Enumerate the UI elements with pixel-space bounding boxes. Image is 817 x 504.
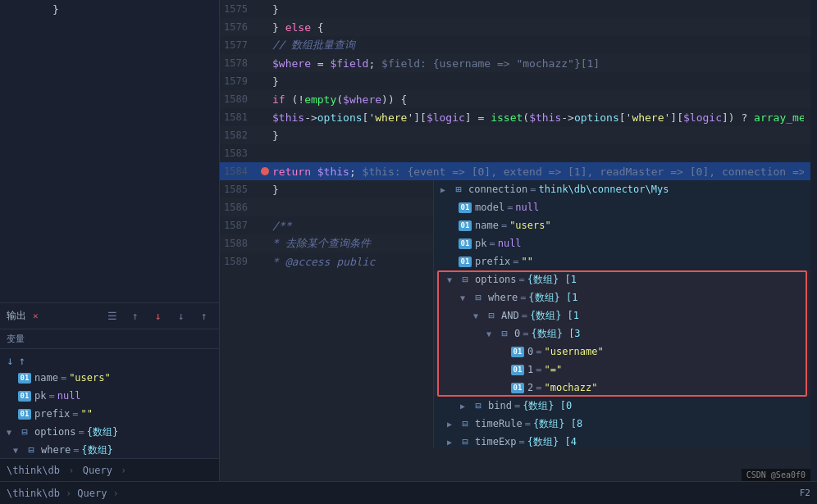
line-1579: 1579 } [220,72,810,90]
sidebar-code: } [0,0,219,302]
bc-query-bottom[interactable]: Query [77,488,107,499]
variables-label: 变量 [0,329,219,349]
tt-model: 01 model = null [434,198,810,216]
var-type-icon: 01 [18,391,31,402]
var-item-pk[interactable]: 01 pk = null [0,387,219,405]
type-icon: 01 [459,202,472,213]
hamburger-icon[interactable]: ☰ [104,308,121,325]
var-item-where[interactable]: ▼ ⊟ where = {数组} [0,441,219,458]
sidebar: } 输出 ✕ ☰ ↑ ↓ ↓ ↑ 变量 ↓ ↑ [0,0,220,481]
var-type-icon: 01 [18,409,31,420]
list-icon: ⊟ [485,310,498,321]
tt-timerule: ▶ ⊟ timeRule = {数组} [8 [434,415,810,433]
list-icon: ⊟ [459,418,472,429]
highlighted-region: ▼ ⊟ options = {数组} [1 ▼ ⊟ where = {数组} [… [434,270,810,397]
up-white-icon[interactable]: ↑ [196,308,212,325]
tt-options: ▼ ⊟ options = {数组} [1 [434,270,810,288]
right-scrollbar[interactable] [810,0,817,481]
variables-panel: ↓ ↑ 01 name = "users" 01 pk = null [0,349,219,458]
down-red-icon[interactable]: ↓ [150,308,167,325]
tt-where: ▼ ⊟ where = {数组} [1 [434,288,810,306]
var-item-prefix[interactable]: 01 prefix = "" [0,405,219,423]
line-1581: 1581 $this->options['where'][$logic] = i… [220,108,810,126]
nav-down-icon[interactable]: ↓ [7,354,13,367]
line-1583: 1583 [220,144,810,162]
list-icon: ⊞ [452,184,465,195]
csdn-badge: CSDN @Sea0f0 [742,469,810,481]
var-item-name[interactable]: 01 name = "users" [0,369,219,387]
type-icon: 01 [459,238,472,249]
var-type-icon: 01 [18,373,31,384]
list-icon: ⊟ [472,400,485,411]
line-1580: 1580 if (!empty($where)) { [220,90,810,108]
line-1576: 1576 } else { [220,18,810,36]
tt-0arr: ▼ ⊟ 0 = {数组} [3 [434,325,810,343]
bc-thinkdb[interactable]: \think\db [7,465,60,476]
tt-connection: ▶ ⊞ connection = think\db\connector\Mys [434,180,810,198]
tt-0username: 01 0 = "username" [434,343,810,361]
tt-pk: 01 pk = null [434,234,810,252]
output-title: 输出 [7,309,26,323]
type-icon: 01 [459,257,472,267]
tt-bind: ▶ ⊟ bind = {数组} [0 [434,397,810,415]
tt-and: ▼ ⊟ AND = {数组} [1 [434,306,810,325]
line-1584: 1584 return $this; $this: {event => [0],… [220,162,810,180]
bottom-bar: \think\db › Query › F2 [0,481,817,504]
tt-prefix: 01 prefix = "" [434,252,810,270]
list-icon: ⊟ [459,436,472,447]
line-1578: 1578 $where = $field; $field: {username … [220,54,810,72]
line-1575: 1575 } [220,0,810,18]
code-panel: 1575 } 1576 } else { 1577 // 数组批量查询 1578 [220,0,810,481]
sidebar-bottom-bar: \think\db › Query › [0,458,219,481]
tt-2val: 01 2 = "mochazz" [434,379,810,397]
list-icon: ⊟ [459,274,472,285]
debug-tooltip: ▶ ⊞ connection = think\db\connector\Mys … [433,180,810,448]
list-icon: ⊟ [25,444,38,456]
breakpoint-marker [261,167,269,175]
sidebar-breadcrumb: \think\db › Query › [7,465,129,476]
nav-up-icon[interactable]: ↑ [18,354,25,367]
up-icon[interactable]: ↑ [127,308,144,325]
var-item-options[interactable]: ▼ ⊟ options = {数组} [0,423,219,441]
nav-arrows: ↓ ↑ [0,352,219,369]
code-line: } [0,0,219,18]
bc-thinkdb-bottom[interactable]: \think\db [7,488,60,499]
bc-query[interactable]: Query [83,465,112,476]
list-icon: ⊟ [498,328,511,339]
tt-timeexp: ▶ ⊟ timeExp = {数组} [4 [434,433,810,448]
type-icon: 01 [459,220,472,231]
tt-name: 01 name = "users" [434,216,810,234]
tt-1eq: 01 1 = "=" [434,361,810,379]
f2-hint: F2 [800,488,810,498]
list-icon: ⊟ [472,292,485,303]
down-icon[interactable]: ↓ [173,308,189,325]
output-header: 输出 ✕ ☰ ↑ ↓ ↓ ↑ [0,303,219,329]
type-icon: 01 [511,347,524,357]
line-1582: 1582 } [220,126,810,144]
list-icon: ⊟ [18,426,31,438]
output-left-panel: 输出 ✕ ☰ ↑ ↓ ↓ ↑ 变量 ↓ ↑ 01 name [0,302,220,458]
close-icon[interactable]: ✕ [33,311,39,321]
type-icon: 01 [511,383,524,393]
line-1577: 1577 // 数组批量查询 [220,36,810,54]
type-icon: 01 [511,365,524,375]
